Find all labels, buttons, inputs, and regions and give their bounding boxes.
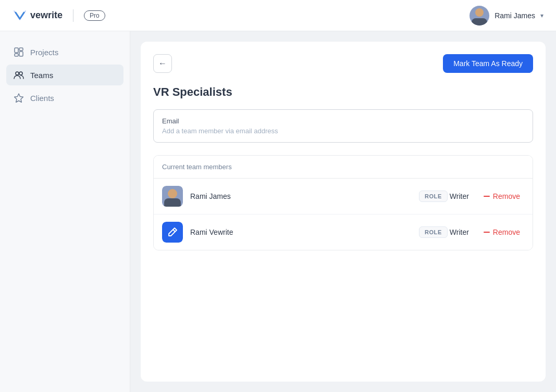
- members-section-header: Current team members: [154, 156, 533, 179]
- back-arrow-icon: ←: [158, 59, 167, 68]
- svg-rect-3: [15, 54, 18, 56]
- clients-icon: [14, 93, 24, 103]
- sidebar-item-teams-label: Teams: [30, 71, 53, 80]
- header-right: Rami James ▾: [469, 6, 543, 26]
- role-badge-rami-james: ROLE: [419, 191, 448, 202]
- svg-point-5: [19, 72, 22, 75]
- remove-button-rami-vewrite[interactable]: Remove: [479, 226, 524, 238]
- remove-dash-icon: [484, 196, 490, 197]
- user-avatar: [469, 6, 489, 26]
- sidebar: Projects Teams Clients: [0, 31, 130, 392]
- sidebar-item-projects[interactable]: Projects: [6, 42, 123, 62]
- teams-icon: [14, 70, 24, 80]
- content-panel: ← Mark Team As Ready VR Specialists Emai…: [141, 42, 546, 382]
- role-value-rami-james: Writer: [450, 192, 469, 200]
- app-header: vewrite Pro Rami James ▾: [0, 0, 556, 31]
- role-value-rami-vewrite: Writer: [450, 228, 469, 236]
- pro-badge: Pro: [84, 10, 105, 21]
- svg-marker-6: [15, 94, 23, 103]
- remove-dash-icon: [484, 232, 490, 233]
- logo-icon: [13, 8, 27, 23]
- avatar-body: [472, 18, 487, 26]
- email-input-box[interactable]: Email Add a team member via email addres…: [153, 109, 533, 143]
- sidebar-item-clients[interactable]: Clients: [6, 87, 123, 108]
- sidebar-item-clients-label: Clients: [30, 94, 54, 103]
- email-placeholder-text: Add a team member via email address: [162, 127, 524, 135]
- svg-rect-0: [15, 48, 18, 53]
- logo-text: vewrite: [30, 10, 63, 21]
- remove-label: Remove: [493, 192, 520, 200]
- content-topbar: ← Mark Team As Ready: [153, 54, 533, 73]
- team-title: VR Specialists: [153, 85, 533, 99]
- svg-point-4: [16, 72, 19, 75]
- photo-avatar: [162, 186, 183, 207]
- member-name-rami-james: Rami James: [190, 192, 419, 200]
- svg-rect-2: [19, 52, 23, 56]
- projects-icon: [14, 47, 24, 57]
- logo: vewrite: [13, 8, 63, 23]
- main-layout: Projects Teams Clients: [0, 31, 556, 392]
- content-area: ← Mark Team As Ready VR Specialists Emai…: [130, 31, 556, 392]
- logo-divider: [73, 9, 73, 22]
- remove-label: Remove: [493, 228, 520, 236]
- members-section: Current team members Rami James ROLE Wri…: [153, 155, 533, 250]
- member-avatar-rami-vewrite: [162, 222, 183, 243]
- sidebar-item-projects-label: Projects: [30, 48, 58, 57]
- avatar-body-shape: [164, 198, 181, 207]
- remove-button-rami-james[interactable]: Remove: [479, 190, 524, 203]
- back-button[interactable]: ←: [153, 54, 172, 73]
- svg-rect-1: [19, 48, 23, 50]
- pen-icon: [167, 226, 178, 238]
- table-row: Rami Vewrite ROLE Writer Remove: [154, 214, 533, 250]
- user-name: Rami James: [495, 11, 535, 20]
- avatar-head-shape: [168, 189, 177, 198]
- sidebar-item-teams[interactable]: Teams: [6, 65, 123, 85]
- blue-icon-avatar: [162, 222, 183, 243]
- email-label: Email: [162, 117, 524, 125]
- member-avatar-rami-james: [162, 186, 183, 207]
- role-badge-rami-vewrite: ROLE: [419, 226, 448, 238]
- user-menu-chevron[interactable]: ▾: [540, 12, 543, 19]
- avatar-head: [475, 8, 484, 17]
- member-name-rami-vewrite: Rami Vewrite: [190, 228, 419, 236]
- header-left: vewrite Pro: [13, 8, 105, 23]
- mark-team-ready-button[interactable]: Mark Team As Ready: [443, 54, 533, 73]
- table-row: Rami James ROLE Writer Remove: [154, 179, 533, 214]
